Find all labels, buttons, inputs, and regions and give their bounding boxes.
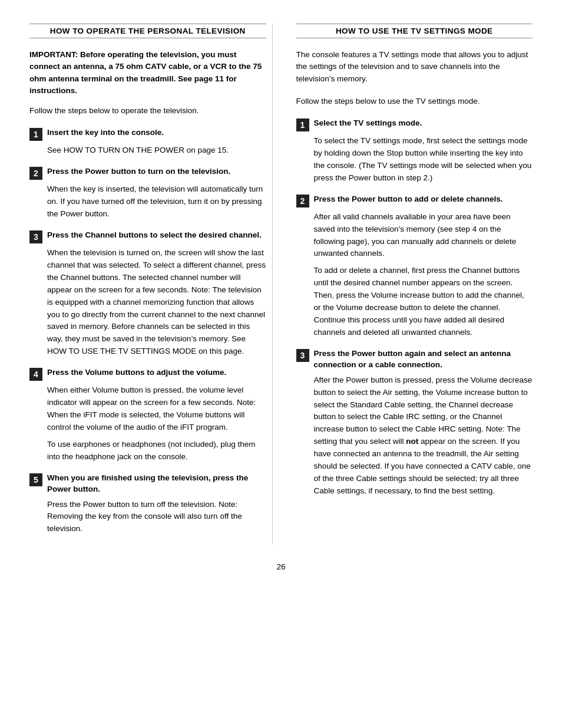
right-step-number-1: 1	[296, 118, 309, 131]
left-step-4: 4 Press the Volume buttons to adjust the…	[29, 367, 266, 381]
page-number: 26	[29, 562, 533, 571]
right-intro2: Follow the steps below to use the TV set…	[296, 95, 533, 107]
left-step-5: 5 When you are finished using the televi…	[29, 473, 266, 495]
step-number-4: 4	[29, 368, 42, 381]
left-step-1-body: See HOW TO TURN ON THE POWER on page 15.	[47, 144, 266, 157]
right-step-3-title: Press the Power button again and select …	[314, 348, 533, 371]
left-step-2-body: When the key is inserted, the television…	[47, 183, 266, 220]
step-number-3: 3	[29, 230, 42, 243]
left-step-3-title: Press the Channel buttons to select the …	[47, 230, 262, 241]
two-column-layout: HOW TO OPERATE THE PERSONAL TELEVISION I…	[29, 24, 533, 545]
right-step-2-title: Press the Power button to add or delete …	[314, 194, 503, 205]
left-step-2-title: Press the Power button to turn on the te…	[47, 166, 230, 177]
right-step-2-body1: After all valid channels available in yo…	[314, 211, 533, 261]
right-intro1: The console features a TV settings mode …	[296, 49, 533, 85]
important-text: IMPORTANT: Before operating the televisi…	[29, 49, 266, 97]
right-step-2-body2: To add or delete a channel, first press …	[314, 265, 533, 339]
left-step-4-body1: When either Volume button is pressed, th…	[47, 384, 266, 434]
left-step-5-body: Press the Power button to turn off the t…	[47, 499, 266, 536]
right-step-3: 3 Press the Power button again and selec…	[296, 348, 533, 371]
right-step-number-2: 2	[296, 195, 309, 207]
right-step-1: 1 Select the TV settings mode.	[296, 118, 533, 131]
right-step-1-body: To select the TV settings mode, first se…	[314, 135, 533, 185]
right-section-title: HOW TO USE THE TV SETTINGS MODE	[296, 24, 533, 38]
step-number-2: 2	[29, 167, 42, 180]
left-step-2: 2 Press the Power button to turn on the …	[29, 166, 266, 180]
left-step-4-body2: To use earphones or headphones (not incl…	[47, 439, 266, 463]
left-step-3-body: When the television is turned on, the sc…	[47, 247, 266, 358]
right-column: HOW TO USE THE TV SETTINGS MODE The cons…	[290, 24, 533, 545]
left-section-title: HOW TO OPERATE THE PERSONAL TELEVISION	[29, 24, 266, 38]
left-column: HOW TO OPERATE THE PERSONAL TELEVISION I…	[29, 24, 273, 545]
right-step-3-body: After the Power button is pressed, press…	[314, 374, 533, 498]
right-step-number-3: 3	[296, 349, 309, 362]
right-step-2: 2 Press the Power button to add or delet…	[296, 194, 533, 207]
page-container: HOW TO OPERATE THE PERSONAL TELEVISION I…	[29, 24, 533, 571]
left-step-5-title: When you are finished using the televisi…	[47, 473, 266, 495]
right-step-1-title: Select the TV settings mode.	[314, 118, 422, 129]
left-intro: Follow the steps below to operate the te…	[29, 105, 266, 117]
left-step-4-title: Press the Volume buttons to adjust the v…	[47, 367, 226, 378]
left-step-1-title: Insert the key into the console.	[47, 127, 164, 139]
step-number-5: 5	[29, 473, 42, 486]
step-number-1: 1	[29, 128, 42, 141]
left-step-1: 1 Insert the key into the console.	[29, 127, 266, 141]
left-step-3: 3 Press the Channel buttons to select th…	[29, 230, 266, 243]
